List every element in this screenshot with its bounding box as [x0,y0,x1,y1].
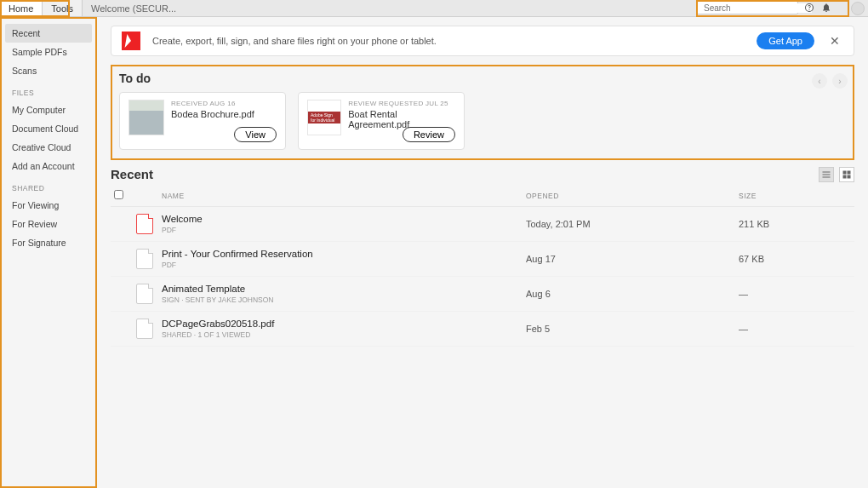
sidebar-heading-files: FILES [5,80,92,100]
todo-card[interactable]: RECEIVED AUG 16 Bodea Brochure.pdf View [119,92,286,150]
card-thumbnail [128,100,164,135]
sidebar: Recent Sample PDFs Scans FILES My Comput… [0,17,97,488]
view-button[interactable]: View [234,127,277,142]
carousel-prev-icon[interactable]: ‹ [812,73,827,89]
todo-title: To do [119,72,151,85]
document-tab[interactable]: Welcome (SECUR... [83,0,185,16]
tab-tools[interactable]: Tools [43,0,83,16]
col-name: NAME [158,185,523,207]
banner-text: Create, export, fill, sign, and share fi… [152,36,745,46]
sidebar-item-sample-pdfs[interactable]: Sample PDFs [5,43,92,61]
table-row[interactable]: WelcomePDFToday, 2:01 PM211 KB [111,207,854,242]
file-opened: Aug 17 [523,242,735,277]
sidebar-item-my-computer[interactable]: My Computer [5,100,92,119]
file-name: DCPageGrabs020518.pdf [162,319,519,329]
get-app-button[interactable]: Get App [757,32,814,49]
sidebar-item-creative-cloud[interactable]: Creative Cloud [5,138,92,157]
card-meta: REVIEW REQUESTED JUL 25 [348,100,455,107]
recent-section: Recent NAME OPENED SIZE WelcomePDFToday,… [111,167,854,347]
top-bar: Home Tools Welcome (SECUR... [0,0,868,17]
col-size: SIZE [735,185,854,207]
file-subtext: SIGN · Sent by Jake Johnson [162,296,519,304]
close-icon[interactable]: ✕ [826,34,843,48]
file-icon [136,214,153,234]
card-filename: Bodea Brochure.pdf [171,109,254,119]
file-opened: Aug 6 [523,277,735,312]
sidebar-item-for-review[interactable]: For Review [5,215,92,233]
file-subtext: PDF [162,261,519,269]
avatar[interactable] [851,2,865,15]
bell-icon[interactable] [820,2,832,14]
sidebar-item-scans[interactable]: Scans [5,61,92,80]
help-icon[interactable] [803,2,815,14]
file-size: 67 KB [735,242,854,277]
review-button[interactable]: Review [403,127,455,142]
file-icon [136,284,153,304]
select-all-checkbox[interactable] [114,190,123,199]
carousel-next-icon[interactable]: › [832,73,848,89]
table-row[interactable]: Print - Your Confirmed ReservationPDFAug… [111,242,854,277]
col-opened: OPENED [523,185,735,207]
sidebar-heading-shared: SHARED [5,175,92,196]
file-size: 211 KB [735,207,854,242]
todo-card[interactable]: Adobe Sign for Individual REVIEW REQUEST… [298,92,465,150]
tab-home[interactable]: Home [0,0,43,16]
card-thumbnail: Adobe Sign for Individual [307,100,341,135]
file-name: Print - Your Confirmed Reservation [162,249,519,259]
table-row[interactable]: DCPageGrabs020518.pdfSHARED · 1 of 1 vie… [111,312,854,347]
file-size: — [735,312,854,347]
file-opened: Today, 2:01 PM [523,207,735,242]
main-area: Create, export, fill, sign, and share fi… [97,17,868,488]
file-name: Welcome [162,214,519,224]
file-opened: Feb 5 [523,312,735,347]
file-name: Animated Template [162,284,519,294]
promo-banner: Create, export, fill, sign, and share fi… [111,26,854,56]
file-icon [136,249,153,269]
sidebar-item-for-signature[interactable]: For Signature [5,233,92,252]
search-input[interactable] [704,3,812,13]
file-size: — [735,277,854,312]
todo-section: To do RECEIVED AUG 16 Bodea Brochure.pdf… [111,65,854,160]
card-meta: RECEIVED AUG 16 [171,100,254,107]
recent-table: NAME OPENED SIZE WelcomePDFToday, 2:01 P… [111,185,854,347]
sidebar-item-recent[interactable]: Recent [5,24,92,43]
file-subtext: SHARED · 1 of 1 viewed [162,330,519,339]
adobe-logo-icon [122,32,140,50]
grid-view-toggle[interactable] [839,167,854,182]
table-row[interactable]: Animated TemplateSIGN · Sent by Jake Joh… [111,277,854,312]
sidebar-item-add-account[interactable]: Add an Account [5,157,92,175]
file-subtext: PDF [162,226,519,234]
search-box[interactable] [696,1,798,14]
sidebar-item-document-cloud[interactable]: Document Cloud [5,119,92,138]
file-icon [136,319,153,339]
list-view-toggle[interactable] [819,167,834,182]
recent-title: Recent [111,167,854,181]
sidebar-item-for-viewing[interactable]: For Viewing [5,196,92,215]
